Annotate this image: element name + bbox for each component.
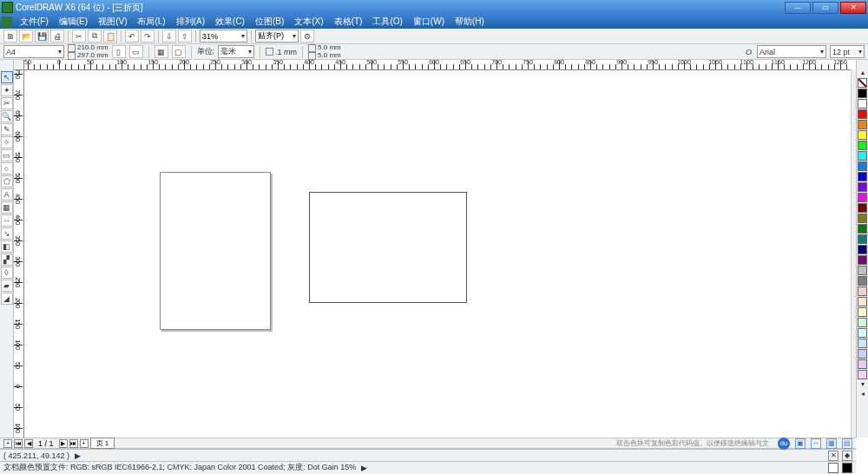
dimension-tool[interactable]: ↔ [1,214,13,227]
swatch-17[interactable] [858,255,867,265]
print-button[interactable]: 🖨 [50,30,64,43]
maximize-button[interactable]: ▭ [812,2,838,14]
swatch-22[interactable] [858,307,867,317]
swatch-25[interactable] [858,339,867,348]
portrait-button[interactable]: ▯ [112,45,126,58]
add-page-button[interactable]: + [3,439,12,448]
menu-window[interactable]: 窗口(W) [408,16,450,28]
swatch-10[interactable] [858,182,867,192]
font-size-select[interactable]: 12 pt [830,45,865,58]
swatch-4[interactable] [858,120,867,129]
paper-height[interactable]: 297.0 mm [77,52,108,59]
page-tab-1[interactable]: 页 1 [90,438,115,449]
import-button[interactable]: ⇩ [162,30,176,43]
object-manager-icon[interactable]: ▣ [795,438,806,449]
open-button[interactable]: 📂 [19,30,33,43]
snap-select[interactable]: 贴齐(P) [255,30,299,43]
all-pages-button[interactable]: ▦ [155,45,168,58]
menu-table[interactable]: 表格(T) [329,16,368,28]
font-select[interactable]: Arial [757,45,826,58]
dashboard-icon[interactable]: ▤ [842,438,852,449]
menu-file[interactable]: 文件(F) [15,16,54,28]
menu-edit[interactable]: 编辑(E) [54,16,93,28]
save-button[interactable]: 💾 [35,30,49,43]
menu-arrange[interactable]: 排列(A) [171,16,210,28]
outline-swatch-none[interactable]: ✕ [828,451,838,461]
nudge-value[interactable]: .1 mm [275,48,297,56]
palette-flyout[interactable]: ◂ [858,390,867,398]
menu-tools[interactable]: 工具(O) [367,16,407,28]
crop-tool[interactable]: ✂ [1,97,13,109]
menu-layout[interactable]: 布局(L) [132,16,170,28]
swatch-3[interactable] [858,109,867,119]
swatch-0[interactable] [858,78,867,88]
swatch-28[interactable] [858,370,867,379]
swatch-15[interactable] [858,234,867,244]
grid-manager-icon[interactable]: ▦ [826,438,837,449]
close-button[interactable]: ✕ [840,2,866,14]
rectangle-object[interactable] [309,192,467,303]
swatch-19[interactable] [858,276,867,286]
swatch-14[interactable] [858,224,867,234]
text-tool[interactable]: A [1,188,13,201]
options-button[interactable]: ⚙ [300,30,314,43]
baidu-icon[interactable]: du [778,438,790,450]
swatch-24[interactable] [858,328,867,338]
copy-button[interactable]: ⧉ [88,30,102,43]
menu-effects[interactable]: 效果(C) [210,16,250,28]
cut-button[interactable]: ✂ [72,30,86,43]
palette-scroll-down[interactable]: ▾ [858,380,867,388]
polygon-tool[interactable]: ⬠ [1,175,13,188]
eyedropper-tool[interactable]: ▞ [1,253,13,266]
units-select[interactable]: 毫米 [218,45,254,58]
landscape-button[interactable]: ▭ [129,45,143,58]
swatch-23[interactable] [858,318,867,327]
swatch-26[interactable] [858,349,867,359]
ellipse-tool[interactable]: ○ [1,162,13,174]
menu-bitmaps[interactable]: 位图(B) [250,16,289,28]
zoom-tool[interactable]: 🔍 [1,110,13,122]
swatch-6[interactable] [858,141,867,150]
menu-text[interactable]: 文本(X) [289,16,328,28]
swatch-8[interactable] [858,161,867,171]
horizontal-ruler[interactable]: 5005010015020025030035040045050055060065… [24,60,851,70]
paper-select[interactable]: A4 [3,45,64,58]
minimize-button[interactable]: — [785,2,811,14]
swatch-11[interactable] [858,193,867,202]
fill-tool[interactable]: ▰ [1,280,13,292]
swatch-5[interactable] [858,130,867,140]
swatch-20[interactable] [858,286,867,296]
ruler-origin[interactable] [14,60,24,70]
palette-scroll-up[interactable]: ▴ [858,69,867,76]
swatch-2[interactable] [858,99,867,109]
dup-y-value[interactable]: 5.0 mm [318,52,341,59]
dup-x-value[interactable]: 5.0 mm [318,44,341,51]
fill-swatch[interactable]: ◆ [842,451,852,461]
swatch-12[interactable] [858,203,867,213]
add-page-after-button[interactable]: + [80,439,89,448]
swatch-7[interactable] [858,151,867,161]
swatch-13[interactable] [858,214,867,223]
canvas[interactable] [24,70,851,438]
next-page-button[interactable]: ▶ [59,439,68,448]
new-button[interactable]: 🗎 [3,30,17,43]
shape-tool[interactable]: ✦ [1,84,13,96]
swatch-21[interactable] [858,297,867,306]
first-page-button[interactable]: ⏮ [14,439,23,448]
rectangle-tool[interactable]: ▭ [1,149,13,161]
swatch-9[interactable] [858,172,867,181]
redo-button[interactable]: ↷ [141,30,155,43]
fill-color-swatch[interactable] [828,463,838,473]
prev-page-button[interactable]: ◀ [24,439,33,448]
outline-tool[interactable]: ◊ [1,267,13,279]
swatch-27[interactable] [858,359,867,369]
menu-view[interactable]: 视图(V) [93,16,132,28]
swatch-18[interactable] [858,266,867,275]
undo-button[interactable]: ↶ [125,30,139,43]
connector-tool[interactable]: ↘ [1,227,13,240]
paper-width[interactable]: 210.0 mm [77,44,108,51]
outline-color-swatch[interactable] [842,463,852,473]
paste-button[interactable]: 📋 [103,30,117,43]
last-page-button[interactable]: ⏭ [69,439,78,448]
hint-arrow-icon[interactable]: ↔ [811,438,821,449]
